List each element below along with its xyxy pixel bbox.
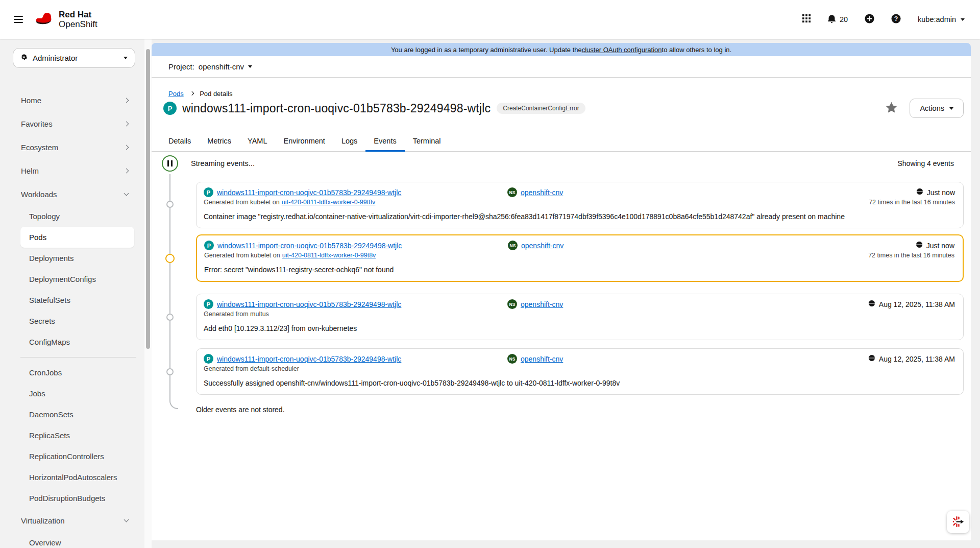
chevron-right-icon xyxy=(124,145,129,150)
page-header: P windows111-import-cron-uoqivc-01b5783b… xyxy=(152,98,971,118)
tab-logs[interactable]: Logs xyxy=(333,132,365,151)
globe-icon xyxy=(916,188,923,197)
event-pod-link[interactable]: windows111-import-cron-uoqivc-01b5783b-2… xyxy=(217,242,402,250)
project-label: Project: xyxy=(168,62,194,71)
brand-line2: OpenShift xyxy=(59,19,97,29)
tab-bar: Details Metrics YAML Environment Logs Ev… xyxy=(152,132,971,152)
bell-icon xyxy=(827,14,836,25)
namespace-resource-icon: NS xyxy=(507,299,517,309)
breadcrumb-pods-link[interactable]: Pods xyxy=(168,90,184,98)
sidebar-item-workloads[interactable]: Workloads xyxy=(0,182,144,206)
pod-resource-icon: P xyxy=(204,299,213,309)
event-card: P windows111-import-cron-uoqivc-01b5783b… xyxy=(196,348,964,395)
sidebar-item-poddisruptionbudgets[interactable]: PodDisruptionBudgets xyxy=(20,488,134,509)
sidebar-item-replicationcontrollers[interactable]: ReplicationControllers xyxy=(20,446,134,467)
sidebar-item-helm[interactable]: Helm xyxy=(0,159,144,182)
namespace-resource-icon: NS xyxy=(508,241,518,250)
menu-toggle-icon[interactable] xyxy=(14,14,23,25)
event-source: Generated from multus xyxy=(204,311,269,318)
sidebar-item-replicasets[interactable]: ReplicaSets xyxy=(20,425,134,446)
sidebar-item-home[interactable]: Home xyxy=(0,88,144,112)
tab-details[interactable]: Details xyxy=(160,132,199,151)
tab-events[interactable]: Events xyxy=(365,132,404,151)
sidebar-item-deploymentconfigs[interactable]: DeploymentConfigs xyxy=(20,269,134,290)
event-card: P windows111-import-cron-uoqivc-01b5783b… xyxy=(196,294,964,340)
temp-admin-banner: You are logged in as a temporary adminis… xyxy=(152,43,971,56)
sidebar-item-configmaps[interactable]: ConfigMaps xyxy=(20,331,134,352)
event-source: Generated from kubelet on xyxy=(204,199,280,206)
event-namespace-link[interactable]: openshift-cnv xyxy=(521,242,564,250)
event-message: Container image "registry.redhat.io/cont… xyxy=(204,212,955,221)
redhat-hat-icon xyxy=(34,11,55,28)
banner-text-before: You are logged in as a temporary adminis… xyxy=(391,46,582,54)
favorite-star-icon[interactable] xyxy=(886,102,897,115)
notifications-button[interactable]: 20 xyxy=(827,14,848,25)
sidebar-item-virtualization[interactable]: Virtualization xyxy=(0,509,144,532)
sidebar-item-ecosystem[interactable]: Ecosystem xyxy=(0,135,144,159)
apps-grid-icon xyxy=(802,14,811,25)
chevron-right-icon xyxy=(190,91,194,96)
sidebar-item-jobs[interactable]: Jobs xyxy=(20,383,134,404)
event-node-link[interactable]: uit-420-0811-ldffx-worker-0-99t8v xyxy=(282,252,376,259)
older-events-note: Older events are not stored. xyxy=(196,406,285,414)
event-card: P windows111-import-cron-uoqivc-01b5783b… xyxy=(196,182,964,228)
perspective-switcher[interactable]: Administrator xyxy=(13,48,135,68)
pod-resource-icon: P xyxy=(204,354,213,364)
sidebar-item-statefulsets[interactable]: StatefulSets xyxy=(20,290,134,311)
sidebar-item-secrets[interactable]: Secrets xyxy=(20,311,134,331)
sidebar-item-cronjobs[interactable]: CronJobs xyxy=(20,362,134,383)
tab-yaml[interactable]: YAML xyxy=(239,132,275,151)
sidebar-divider xyxy=(20,357,136,358)
event-timestamp: Aug 12, 2025, 11:38 AM xyxy=(879,300,955,308)
sidebar-item-topology[interactable]: Topology xyxy=(20,206,134,227)
streaming-status: Streaming events... xyxy=(191,159,255,168)
perspective-label: Administrator xyxy=(33,54,124,62)
breadcrumb: Pods Pod details xyxy=(152,78,971,98)
breadcrumb-current: Pod details xyxy=(200,90,232,98)
oauth-config-link[interactable]: cluster OAuth configuration xyxy=(582,46,662,54)
pod-resource-icon: P xyxy=(204,187,213,197)
event-timestamp: Just now xyxy=(926,242,954,250)
timeline-dot xyxy=(166,368,174,375)
laser-pointer-button[interactable] xyxy=(947,511,969,533)
tab-metrics[interactable]: Metrics xyxy=(199,132,239,151)
event-node-link[interactable]: uit-420-0811-ldffx-worker-0-99t8v xyxy=(282,199,376,206)
event-namespace-link[interactable]: openshift-cnv xyxy=(521,300,563,308)
event-pod-link[interactable]: windows111-import-cron-uoqivc-01b5783b-2… xyxy=(217,188,401,197)
banner-text-after: to allow others to log in. xyxy=(662,46,732,54)
sidebar-item-favorites[interactable]: Favorites xyxy=(0,112,144,135)
project-selector[interactable]: Project: openshift-cnv xyxy=(152,56,971,78)
quick-create-button[interactable] xyxy=(865,14,874,26)
tab-terminal[interactable]: Terminal xyxy=(405,132,449,151)
project-value: openshift-cnv xyxy=(199,62,244,71)
event-namespace-link[interactable]: openshift-cnv xyxy=(521,355,563,363)
timeline-dot xyxy=(166,201,174,208)
sidebar-item-overview[interactable]: Overview xyxy=(20,532,134,548)
pod-resource-icon: P xyxy=(163,102,177,115)
brand-line1: Red Hat xyxy=(59,10,97,19)
chevron-right-icon xyxy=(124,168,129,173)
event-namespace-link[interactable]: openshift-cnv xyxy=(521,188,563,197)
event-pod-link[interactable]: windows111-import-cron-uoqivc-01b5783b-2… xyxy=(217,300,401,308)
chevron-down-icon xyxy=(961,18,965,21)
help-button[interactable]: ? xyxy=(891,14,901,26)
app-launcher-button[interactable] xyxy=(802,14,811,25)
redhat-openshift-logo[interactable]: Red Hat OpenShift xyxy=(34,10,97,29)
event-source: Generated from default-scheduler xyxy=(204,365,299,372)
event-pod-link[interactable]: windows111-import-cron-uoqivc-01b5783b-2… xyxy=(217,355,401,363)
sidebar-item-pods[interactable]: Pods xyxy=(20,227,134,248)
event-message: Add eth0 [10.129.3.112/23] from ovn-kube… xyxy=(204,324,955,332)
sidebar-item-daemonsets[interactable]: DaemonSets xyxy=(20,404,134,425)
actions-button[interactable]: Actions xyxy=(910,99,964,118)
pause-stream-button[interactable] xyxy=(162,155,178,172)
user-menu[interactable]: kube:admin xyxy=(918,15,965,23)
namespace-resource-icon: NS xyxy=(507,354,517,364)
plus-circle-icon xyxy=(865,14,874,26)
tab-environment[interactable]: Environment xyxy=(275,132,333,151)
globe-icon xyxy=(868,300,875,308)
sidebar-scrollbar-thumb[interactable] xyxy=(146,49,150,349)
namespace-resource-icon: NS xyxy=(507,187,517,197)
notification-count: 20 xyxy=(840,15,848,23)
sidebar-item-horizontalpodautoscalers[interactable]: HorizontalPodAutoscalers xyxy=(20,467,134,488)
sidebar-item-deployments[interactable]: Deployments xyxy=(20,248,134,269)
